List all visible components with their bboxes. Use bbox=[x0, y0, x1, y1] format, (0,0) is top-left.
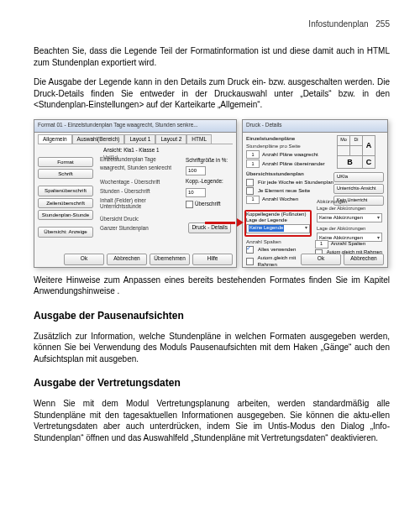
format-dialog: Format 01 - Einzelstundenplan Tage waagr… bbox=[34, 119, 237, 268]
heading-pausenaufsichten: Ausgabe der Pausenaufsichten bbox=[34, 309, 390, 322]
alles-verwenden-label: Alles verwenden bbox=[258, 246, 296, 253]
wochentage-label: Wochentage - Überschrift bbox=[100, 180, 182, 186]
ukla-button[interactable]: UKla bbox=[333, 172, 384, 182]
paragraph-5: Wenn Sie mit dem Modul Vertretungsplanun… bbox=[34, 398, 390, 443]
anzahl-spalten-label2: Anzahl Spalten bbox=[331, 240, 366, 247]
zeilenueberschrift-button[interactable]: Zeilenüberschrift bbox=[38, 198, 93, 208]
format-tabstrip: Allgemein Auswahl(Bereich) Layout 1 Layo… bbox=[38, 134, 233, 145]
stunden-label: Stunden - Überschrift bbox=[100, 189, 182, 195]
tab-auswahl[interactable]: Auswahl(Bereich) bbox=[72, 134, 125, 144]
paragraph-2: Die Ausgabe der Legende kann in den Deta… bbox=[34, 76, 390, 111]
unterrichts-ansicht-button[interactable]: Unterrichts-Ansicht bbox=[333, 184, 384, 194]
druck-details-title: Druck - Details bbox=[243, 120, 387, 133]
lage-abk-label: Lage der Abkürzungen bbox=[317, 206, 384, 212]
layout-preview-grid: MoDiA BC bbox=[337, 135, 384, 169]
cancel-button-right[interactable]: Abbrechen bbox=[344, 254, 384, 265]
anzahl-spalten-input[interactable]: 1 bbox=[315, 240, 328, 249]
anzahl-waagrecht-input[interactable]: 1 bbox=[246, 150, 260, 159]
ueberschrift-checkbox[interactable] bbox=[186, 201, 193, 208]
format-name-line2: waagrecht, Stunden senkrecht bbox=[100, 165, 182, 171]
schriftgroesse-label: Schriftgröße in %: bbox=[186, 157, 231, 165]
anzahl-senkrecht-label: Anzahl Pläne übereinander bbox=[262, 160, 325, 167]
section-title: Infostundenplan bbox=[308, 19, 368, 29]
format-name-line1: Einzelstundenplan Tage bbox=[100, 157, 182, 163]
tab-layout1[interactable]: Layout 1 bbox=[124, 134, 155, 144]
inhalt-label: Inhalt (Felder) einer Unterrichtsstunde bbox=[100, 198, 182, 210]
abkuerzungen-label: Abkürzungen bbox=[317, 198, 384, 205]
stundenplanstunde-button[interactable]: Stundenplan-Stunde bbox=[38, 210, 93, 220]
arrow-annotation bbox=[205, 218, 244, 227]
anzahl-waagrecht-label: Anzahl Pläne waagrecht bbox=[262, 151, 318, 158]
paragraph-1: Beachten Sie, dass die Legende Teil der … bbox=[34, 45, 390, 68]
druck-details-dialog: Druck - Details MoDiA BC Einzelstundenpl… bbox=[242, 119, 388, 268]
help-button[interactable]: Hilfe bbox=[192, 254, 233, 265]
ganzer-stundenplan-label: Ganzer Stundenplan bbox=[100, 226, 182, 232]
lage-abk-label2: Lage der Abkürzungen bbox=[317, 226, 384, 233]
jede-woche-label: Für jede Woche ein Stundenplan bbox=[258, 179, 333, 186]
heading-vertretungsdaten: Ausgabe der Vertretungsdaten bbox=[34, 376, 390, 390]
page-header: Infostundenplan 255 bbox=[308, 18, 390, 30]
ueberschrift-label: Überschrift bbox=[195, 201, 220, 207]
alles-verwenden-checkbox[interactable] bbox=[246, 246, 254, 254]
kopp-legende-spinner[interactable]: 10 bbox=[186, 188, 206, 197]
kopp-legende-label: Kopp.-Legende: bbox=[186, 178, 231, 186]
schriftgroesse-spinner[interactable]: 100 bbox=[186, 166, 206, 175]
paragraph-4: Zusätzlich zur Information, welche Stund… bbox=[34, 331, 390, 365]
page-number: 255 bbox=[375, 19, 390, 29]
lage-legende-label: Lage der Legende bbox=[246, 217, 312, 224]
uebersicht-anzeige-button[interactable]: Übersicht: Anzeige bbox=[38, 227, 93, 237]
spaltenueberschrift-button[interactable]: Spaltenüberschrift bbox=[38, 186, 93, 196]
cancel-button-left[interactable]: Abbrechen bbox=[107, 254, 147, 265]
preview-label: Ansicht: Kla1 - Klasse 1 bbox=[103, 147, 233, 154]
abk-dropdown[interactable]: Keine Abkürzungen bbox=[317, 213, 382, 222]
schrift-button[interactable]: Schrift bbox=[38, 169, 93, 179]
koppellegende-group-label: Koppellegende (Fußnoten) bbox=[246, 212, 312, 218]
tab-layout2[interactable]: Layout 2 bbox=[155, 134, 186, 144]
ok-button-left[interactable]: Ok bbox=[64, 254, 104, 265]
jede-woche-checkbox[interactable] bbox=[246, 179, 254, 186]
format-dialog-title: Format 01 - Einzelstundenplan Tage waagr… bbox=[34, 120, 236, 133]
tab-html[interactable]: HTML bbox=[186, 134, 212, 144]
paragraph-3: Weitere Hinweise zum Anpassen eines bere… bbox=[34, 275, 390, 297]
format-button[interactable]: Format bbox=[38, 157, 93, 167]
je-element-checkbox[interactable] bbox=[246, 187, 254, 195]
uebersicht-druck-label: Übersicht Druck: bbox=[100, 217, 182, 222]
anzahl-senkrecht-input[interactable]: 1 bbox=[246, 160, 260, 168]
tab-allgemein[interactable]: Allgemein bbox=[38, 134, 72, 144]
je-element-label: Je Element neue Seite bbox=[258, 187, 310, 194]
anzahl-wochen-input[interactable]: 1 bbox=[246, 196, 260, 204]
ok-button-right[interactable]: Ok bbox=[301, 254, 341, 265]
screenshot-figure: Format 01 - Einzelstundenplan Tage waagr… bbox=[34, 119, 386, 266]
apply-button[interactable]: Übernehmen bbox=[150, 254, 190, 265]
anzahl-spalten-label: Anzahl Spalten bbox=[246, 238, 313, 245]
lage-legende-dropdown[interactable]: Keine Legende bbox=[246, 224, 310, 233]
anzahl-wochen-label: Anzahl Wochen bbox=[262, 196, 298, 202]
